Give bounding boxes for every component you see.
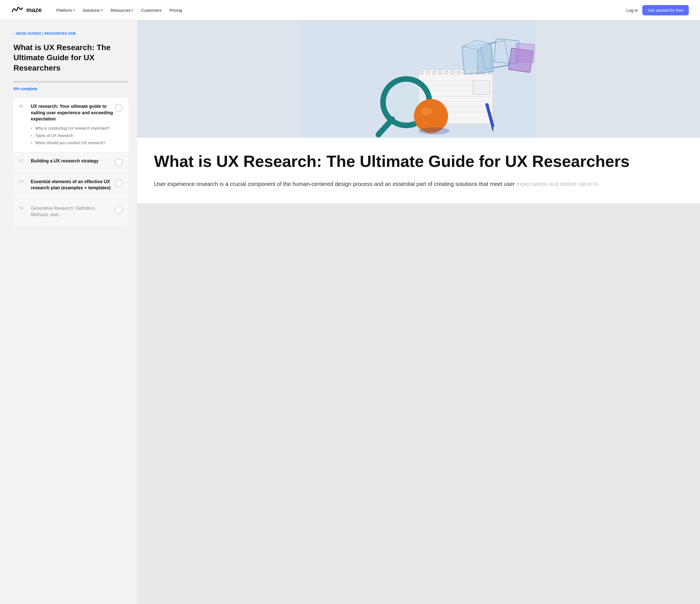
logo[interactable]: maze bbox=[11, 6, 42, 14]
progress-bar-container bbox=[14, 81, 128, 83]
breadcrumb[interactable]: ‹ MAZE GUIDES | RESOURCES HUB bbox=[14, 31, 128, 36]
toc-num-4: 04. bbox=[19, 205, 26, 221]
guide-title: What is UX Research: The Ultimate Guide … bbox=[14, 43, 128, 73]
navbar: maze Platform ▾ Solutions ▾ Resources ▾ … bbox=[0, 0, 700, 20]
logo-text: maze bbox=[26, 6, 42, 14]
chevron-down-icon: ▾ bbox=[132, 8, 133, 12]
nav-platform[interactable]: Platform ▾ bbox=[53, 6, 78, 15]
login-button[interactable]: Log in bbox=[626, 8, 638, 12]
list-item: When should you conduct UX research? bbox=[31, 140, 115, 147]
toc-num-2: 02. bbox=[19, 158, 26, 167]
toc-item-1[interactable]: 01. UX research: Your ultimate guide to … bbox=[14, 98, 128, 152]
page-wrapper: ‹ MAZE GUIDES | RESOURCES HUB What is UX… bbox=[0, 20, 700, 604]
svg-rect-33 bbox=[473, 81, 490, 95]
svg-point-28 bbox=[419, 127, 450, 135]
toc-item-4[interactable]: 04. Generative Research: Definition, Met… bbox=[14, 200, 128, 226]
toc-heading-4: Generative Research: Definition, Methods… bbox=[31, 205, 115, 218]
list-item: Why is conducting UX research important? bbox=[31, 125, 115, 132]
nav-pricing[interactable]: Pricing bbox=[166, 6, 185, 15]
table-of-contents: 01. UX research: Your ultimate guide to … bbox=[14, 98, 128, 226]
article-body: User experience research is a crucial co… bbox=[154, 179, 683, 189]
toc-radio-2[interactable] bbox=[115, 158, 123, 166]
list-item: Types of UX research bbox=[31, 132, 115, 140]
hero-illustration bbox=[137, 20, 700, 138]
toc-radio-1[interactable] bbox=[115, 104, 123, 112]
breadcrumb-arrow-icon: ‹ bbox=[14, 31, 15, 36]
nav-right: Log in Get started for free bbox=[626, 5, 689, 16]
progress-label: 0% complete bbox=[14, 86, 128, 91]
right-panel: What is UX Research: The Ultimate Guide … bbox=[137, 20, 700, 604]
toc-radio-4[interactable] bbox=[115, 206, 123, 213]
breadcrumb-text: MAZE GUIDES | RESOURCES HUB bbox=[17, 32, 76, 35]
chevron-down-icon: ▾ bbox=[73, 8, 75, 12]
toc-num-3: 03. bbox=[19, 179, 26, 194]
toc-heading-3: Essential elements of an effective UX re… bbox=[31, 179, 115, 191]
toc-num-1: 01. bbox=[19, 103, 26, 147]
svg-rect-32 bbox=[515, 43, 535, 63]
get-started-button[interactable]: Get started for free bbox=[642, 5, 689, 16]
nav-solutions[interactable]: Solutions ▾ bbox=[79, 6, 106, 15]
logo-icon bbox=[11, 6, 24, 14]
toc-radio-3[interactable] bbox=[115, 179, 123, 187]
article-title: What is UX Research: The Ultimate Guide … bbox=[154, 152, 683, 170]
chevron-down-icon: ▾ bbox=[101, 8, 103, 12]
toc-item-3[interactable]: 03. Essential elements of an effective U… bbox=[14, 173, 128, 200]
nav-customers[interactable]: Customers bbox=[138, 6, 165, 15]
svg-point-27 bbox=[421, 108, 432, 116]
nav-resources[interactable]: Resources ▾ bbox=[107, 6, 137, 15]
left-panel: ‹ MAZE GUIDES | RESOURCES HUB What is UX… bbox=[0, 20, 137, 604]
toc-sublist-1: Why is conducting UX research important?… bbox=[31, 125, 115, 147]
toc-item-2[interactable]: 02. Building a UX research strategy bbox=[14, 152, 128, 173]
nav-links: Platform ▾ Solutions ▾ Resources ▾ Custo… bbox=[53, 6, 626, 15]
hero-image-area bbox=[137, 20, 700, 138]
content-area: What is UX Research: The Ultimate Guide … bbox=[137, 138, 700, 203]
toc-heading-1: UX research: Your ultimate guide to nail… bbox=[31, 103, 115, 122]
toc-heading-2: Building a UX research strategy bbox=[31, 158, 115, 164]
